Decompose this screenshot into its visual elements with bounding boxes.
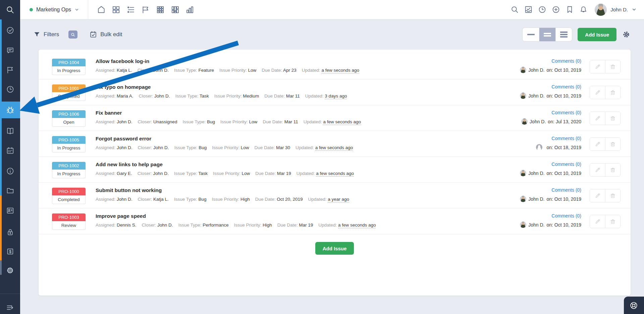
issue-id-badge[interactable]: PRO-1001 bbox=[52, 84, 86, 92]
nav-modules-button[interactable] bbox=[155, 5, 165, 15]
issue-id-badge[interactable]: PRO-1003 bbox=[52, 213, 86, 221]
density-expanded-button[interactable] bbox=[555, 28, 572, 41]
issue-title[interactable]: Forgot password error bbox=[96, 136, 497, 142]
nav-reports-button[interactable] bbox=[141, 5, 151, 15]
filters-label: Filters bbox=[44, 31, 59, 38]
bulk-edit-label: Bulk edit bbox=[100, 31, 122, 38]
sidebar-item-time[interactable] bbox=[0, 81, 20, 98]
sidebar-item-discussions[interactable] bbox=[0, 42, 20, 59]
comments-link[interactable]: Comments (0) bbox=[551, 162, 581, 167]
edit-issue-button[interactable] bbox=[590, 189, 605, 202]
edit-issue-button[interactable] bbox=[590, 112, 605, 125]
meta-value: Performance bbox=[203, 223, 228, 228]
list-settings-button[interactable] bbox=[622, 30, 631, 39]
sidebar-item-settings[interactable] bbox=[0, 262, 20, 279]
meta-pair: Updated: a few seconds ago bbox=[304, 119, 361, 124]
issue-byline: John D. on: Oct 10, 2019 bbox=[497, 67, 581, 73]
project-strip-orange[interactable] bbox=[0, 195, 2, 260]
density-medium-button[interactable] bbox=[539, 28, 555, 41]
issue-title[interactable]: Allow facebook log-in bbox=[96, 58, 497, 64]
filter-icon bbox=[34, 31, 40, 38]
issue-title[interactable]: Submit button not working bbox=[96, 187, 497, 193]
bulk-edit-button[interactable]: Bulk edit bbox=[90, 31, 122, 38]
add-issue-bottom-button[interactable]: Add Issue bbox=[315, 242, 354, 255]
sidebar-item-budget[interactable]: $ bbox=[0, 243, 20, 260]
sidebar-item-issues[interactable] bbox=[0, 102, 20, 118]
meta-pair: Closer: John D. bbox=[138, 145, 169, 150]
sidebar-collapse-button[interactable] bbox=[0, 299, 20, 314]
topbar-search-button[interactable] bbox=[509, 5, 520, 15]
comments-link[interactable]: Comments (0) bbox=[551, 213, 581, 218]
topbar-inbox-button[interactable] bbox=[523, 5, 533, 15]
sidebar-item-people[interactable] bbox=[0, 202, 20, 219]
sidebar-search-button[interactable] bbox=[0, 0, 20, 19]
issue-title[interactable]: Fix typo on homepage bbox=[96, 84, 497, 90]
delete-issue-button[interactable] bbox=[605, 189, 620, 202]
id-card-icon bbox=[6, 206, 14, 215]
sidebar-item-security[interactable] bbox=[0, 224, 20, 240]
delete-issue-button[interactable] bbox=[605, 112, 620, 125]
add-issue-button[interactable]: Add Issue bbox=[578, 28, 616, 41]
delete-issue-button[interactable] bbox=[605, 86, 620, 99]
sidebar-item-milestones[interactable] bbox=[0, 61, 20, 78]
issue-title[interactable]: Fix banner bbox=[96, 110, 497, 116]
sidebar-item-calendar[interactable] bbox=[0, 142, 20, 159]
delete-issue-button[interactable] bbox=[605, 215, 620, 228]
delete-issue-button[interactable] bbox=[605, 164, 620, 176]
nav-home-button[interactable] bbox=[96, 5, 106, 15]
meta-label: Issue Type: bbox=[182, 119, 207, 124]
edit-issue-button[interactable] bbox=[590, 86, 605, 99]
meta-value: High bbox=[263, 223, 272, 228]
comments-link[interactable]: Comments (0) bbox=[551, 84, 581, 89]
topbar-add-button[interactable] bbox=[551, 5, 561, 15]
sidebar-item-tasks[interactable] bbox=[0, 22, 20, 39]
issue-row: PRO-1005 In Progress Forgot password err… bbox=[39, 131, 631, 157]
comments-link[interactable]: Comments (0) bbox=[551, 110, 581, 115]
delete-issue-button[interactable] bbox=[605, 138, 620, 150]
nav-tasks-button[interactable] bbox=[126, 5, 136, 15]
density-compact-button[interactable] bbox=[523, 28, 539, 41]
issue-on-date: on: Oct 18, 2019 bbox=[546, 145, 581, 150]
issue-title[interactable]: Improve page speed bbox=[96, 213, 497, 219]
edit-issue-button[interactable] bbox=[590, 138, 605, 150]
chevron-down-icon[interactable] bbox=[632, 7, 637, 12]
filters-button[interactable]: Filters bbox=[34, 31, 59, 38]
meta-label: Issue Priority: bbox=[234, 223, 263, 228]
pencil-icon bbox=[595, 167, 601, 173]
help-button[interactable] bbox=[624, 297, 644, 314]
nav-charts-button[interactable] bbox=[185, 5, 195, 15]
issue-id-badge[interactable]: PRO-1005 bbox=[52, 136, 86, 144]
project-strip-slate[interactable] bbox=[0, 260, 2, 275]
workspace-selector[interactable]: Marketing Ops bbox=[20, 0, 88, 19]
comments-link[interactable]: Comments (0) bbox=[551, 58, 581, 64]
sidebar-item-info[interactable] bbox=[0, 163, 20, 179]
nav-board-button[interactable] bbox=[170, 5, 180, 15]
issue-id-status: PRO-1003 Review bbox=[52, 213, 86, 230]
topbar-bookmark-button[interactable] bbox=[565, 5, 575, 15]
project-strip-blue[interactable] bbox=[0, 19, 2, 195]
edit-issue-button[interactable] bbox=[590, 164, 605, 176]
user-name[interactable]: John D. bbox=[610, 7, 628, 12]
issue-id-badge[interactable]: PRO-1002 bbox=[52, 162, 86, 170]
saved-filter-search-button[interactable] bbox=[68, 30, 77, 39]
sidebar-item-files[interactable] bbox=[0, 182, 20, 199]
user-avatar[interactable] bbox=[595, 4, 607, 16]
nav-projects-button[interactable] bbox=[111, 5, 121, 15]
sidebar-item-notes[interactable] bbox=[0, 122, 20, 139]
comments-link[interactable]: Comments (0) bbox=[551, 136, 581, 141]
bookmark-icon bbox=[566, 5, 574, 14]
home-icon bbox=[97, 5, 106, 14]
edit-issue-button[interactable] bbox=[590, 215, 605, 228]
issue-id-badge[interactable]: PRO-1004 bbox=[52, 59, 86, 66]
comments-link[interactable]: Comments (0) bbox=[551, 187, 581, 193]
issue-id-badge[interactable]: PRO-1006 bbox=[52, 110, 86, 118]
issue-title[interactable]: Add new links to help page bbox=[96, 162, 497, 168]
delete-issue-button[interactable] bbox=[605, 60, 620, 73]
issue-byline: John D. on: Jul 13, 2020 bbox=[497, 118, 581, 125]
topbar-notifications-button[interactable] bbox=[578, 5, 588, 15]
issue-on-date: on: Oct 10, 2019 bbox=[546, 67, 581, 73]
edit-issue-button[interactable] bbox=[590, 60, 605, 73]
issue-id-badge[interactable]: PRO-1000 bbox=[52, 188, 86, 195]
topbar-recent-button[interactable] bbox=[537, 5, 547, 15]
dollar-icon: $ bbox=[6, 247, 14, 256]
